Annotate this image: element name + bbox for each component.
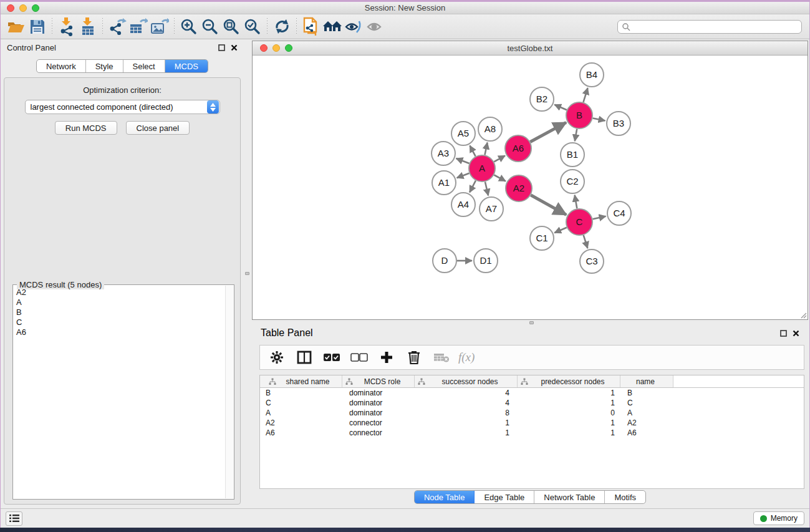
table-row[interactable]: C dominator 4 1 C: [260, 398, 804, 408]
graph-edge-A-A1[interactable]: [457, 173, 470, 178]
table-settings-icon[interactable]: [266, 348, 287, 367]
cell-shared-name[interactable]: B: [260, 389, 342, 397]
cell-mcds-role[interactable]: dominator: [342, 399, 415, 407]
cell-successor-nodes[interactable]: 4: [415, 399, 518, 407]
table-row[interactable]: B dominator 4 1 B: [260, 388, 804, 398]
criterion-dropdown[interactable]: largest connected component (directed): [25, 100, 220, 114]
graph-node-B3[interactable]: B3: [607, 112, 630, 135]
graph-edge-B-B3[interactable]: [593, 118, 605, 120]
graph-edge-B-B4[interactable]: [583, 88, 587, 102]
cell-shared-name[interactable]: C: [260, 399, 342, 407]
export-image-icon[interactable]: [149, 17, 170, 37]
mcds-result-item[interactable]: C: [14, 317, 224, 327]
cell-predecessor-nodes[interactable]: 0: [518, 409, 620, 417]
close-panel-icon[interactable]: [231, 44, 238, 51]
graph-node-A6[interactable]: A6: [505, 135, 531, 162]
cell-successor-nodes[interactable]: 1: [415, 418, 518, 427]
graph-node-A5[interactable]: A5: [451, 122, 475, 145]
graph-edge-C-C2[interactable]: [575, 195, 577, 209]
splitter-handle[interactable]: [529, 321, 534, 324]
zoom-fit-icon[interactable]: [221, 17, 242, 37]
float-panel-icon[interactable]: [780, 330, 787, 337]
cell-predecessor-nodes[interactable]: 1: [518, 389, 620, 397]
graph-edge-A-A2[interactable]: [494, 175, 506, 181]
export-network-icon[interactable]: [107, 17, 128, 37]
column-header-mcds-role[interactable]: MCDS role: [342, 375, 415, 387]
graph-node-B4[interactable]: B4: [580, 63, 604, 87]
zoom-out-icon[interactable]: [200, 17, 221, 37]
cell-predecessor-nodes[interactable]: 1: [518, 418, 620, 427]
graph-node-A[interactable]: A: [469, 155, 495, 181]
unselect-all-icon[interactable]: [349, 348, 370, 367]
close-panel-button[interactable]: Close panel: [126, 121, 190, 135]
cell-name[interactable]: B: [620, 389, 673, 397]
tab-network[interactable]: Network: [37, 60, 86, 72]
import-network-icon[interactable]: [56, 17, 77, 37]
memory-button[interactable]: Memory: [753, 511, 804, 525]
column-header-predecessor-nodes[interactable]: predecessor nodes: [518, 375, 620, 387]
graph-node-B2[interactable]: B2: [530, 87, 554, 111]
graph-edge-A-A4[interactable]: [470, 181, 476, 193]
result-scrollbar[interactable]: [225, 286, 233, 498]
show-column-icon[interactable]: [294, 348, 315, 367]
graph-node-A4[interactable]: A4: [451, 193, 475, 216]
cell-mcds-role[interactable]: dominator: [342, 389, 415, 397]
mcds-result-item[interactable]: B: [14, 307, 224, 317]
cell-name[interactable]: A6: [620, 428, 673, 437]
graph-edge-B-B2[interactable]: [554, 105, 567, 110]
tab-edge-table[interactable]: Edge Table: [475, 491, 534, 503]
create-column-icon[interactable]: [376, 348, 397, 367]
cell-mcds-role[interactable]: connector: [342, 428, 415, 437]
cell-name[interactable]: A: [620, 409, 673, 417]
cell-shared-name[interactable]: A: [260, 409, 342, 417]
column-header-successor-nodes[interactable]: successor nodes: [415, 375, 518, 387]
graph-edge-C-C4[interactable]: [592, 216, 605, 220]
graph-node-A1[interactable]: A1: [432, 171, 456, 195]
graph-edge-C-C1[interactable]: [554, 228, 567, 233]
cell-shared-name[interactable]: A6: [260, 428, 342, 437]
task-history-button[interactable]: [6, 511, 22, 526]
graph-node-B1[interactable]: B1: [561, 143, 584, 167]
graph-node-A7[interactable]: A7: [480, 197, 503, 221]
graph-node-A2[interactable]: A2: [506, 175, 532, 201]
close-panel-icon[interactable]: [793, 330, 799, 337]
cell-successor-nodes[interactable]: 8: [415, 409, 518, 417]
export-table-icon[interactable]: [128, 17, 149, 37]
graph-node-C[interactable]: C: [566, 209, 592, 235]
select-all-icon[interactable]: [321, 348, 342, 367]
refresh-icon[interactable]: [271, 17, 292, 37]
graph-edge-A-A5[interactable]: [470, 145, 475, 156]
vertical-splitter[interactable]: [244, 39, 252, 508]
delete-table-icon[interactable]: [431, 348, 452, 367]
tab-network-table[interactable]: Network Table: [534, 491, 605, 503]
cell-successor-nodes[interactable]: 1: [415, 428, 518, 437]
open-session-icon[interactable]: [6, 17, 27, 37]
hide-graphics-details-icon[interactable]: [343, 17, 364, 37]
table-row[interactable]: A dominator 8 0 A: [260, 408, 804, 418]
table-row[interactable]: A2 connector 1 1 A2: [260, 418, 804, 428]
graph-node-C4[interactable]: C4: [607, 201, 631, 225]
search-input[interactable]: [617, 20, 802, 34]
save-session-icon[interactable]: [27, 17, 48, 37]
function-builder-button[interactable]: f(x): [458, 351, 475, 364]
tab-motifs[interactable]: Motifs: [605, 491, 645, 503]
cell-name[interactable]: C: [620, 399, 673, 407]
home-icon[interactable]: [322, 17, 343, 37]
network-canvas[interactable]: B4B2BB3A8A5A6A3B1AC2A1A2A4A7C4CC1DD1C3: [253, 56, 808, 319]
delete-column-icon[interactable]: [403, 348, 425, 367]
tab-node-table[interactable]: Node Table: [415, 491, 475, 503]
column-header-name[interactable]: name: [620, 375, 673, 387]
graph-edge-A-A8[interactable]: [485, 143, 487, 155]
show-graphics-details-icon[interactable]: [364, 17, 385, 37]
run-mcds-button[interactable]: Run MCDS: [55, 121, 117, 135]
graph-edge-B-B1[interactable]: [575, 129, 577, 142]
graph-node-A8[interactable]: A8: [478, 117, 502, 141]
graph-node-C3[interactable]: C3: [580, 249, 604, 273]
tab-select[interactable]: Select: [123, 60, 165, 72]
mcds-result-item[interactable]: A6: [14, 327, 224, 337]
cell-mcds-role[interactable]: dominator: [342, 409, 415, 417]
graph-edge-A6-B[interactable]: [530, 122, 566, 142]
graph-node-C2[interactable]: C2: [561, 170, 584, 193]
mcds-result-item[interactable]: A2: [14, 288, 224, 297]
column-header-shared-name[interactable]: shared name: [260, 375, 342, 387]
